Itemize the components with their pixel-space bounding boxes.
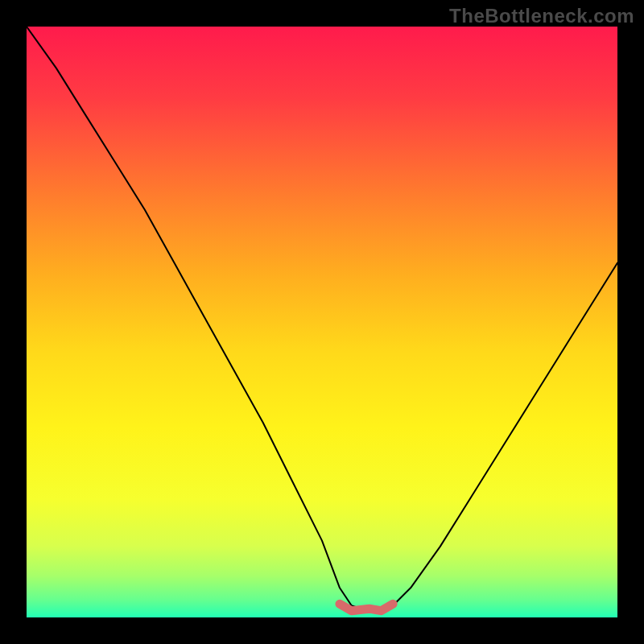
chart-frame: TheBottleneck.com (0, 0, 644, 644)
watermark-text: TheBottleneck.com (449, 5, 634, 27)
bottleneck-curve-plot (27, 27, 617, 617)
gradient-background (27, 27, 617, 617)
optimal-zone-marker (340, 604, 393, 610)
